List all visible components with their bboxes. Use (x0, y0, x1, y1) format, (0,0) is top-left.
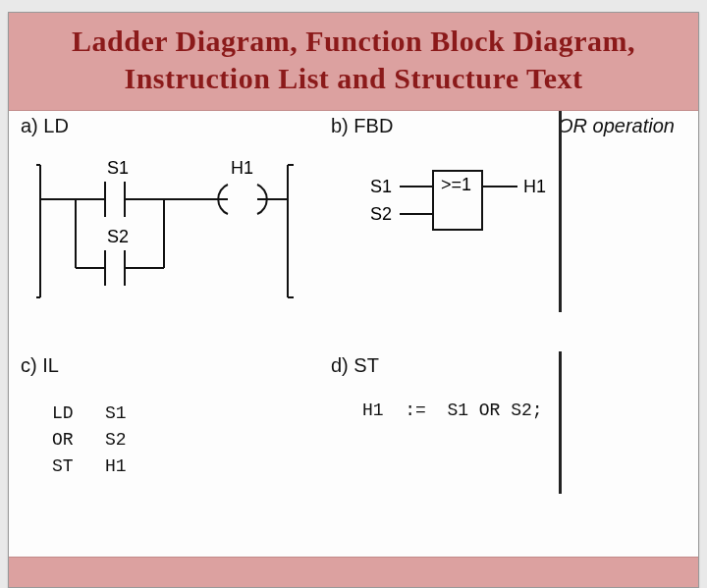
title-line-2: Instruction List and Structure Text (21, 60, 686, 97)
bottom-band (9, 557, 698, 587)
page: Ladder Diagram, Function Block Diagram, … (0, 0, 707, 588)
il-row-0-op: LD (52, 403, 74, 423)
fbd-out-label: H1 (523, 177, 546, 196)
structured-text: H1 := S1 OR S2; (362, 401, 543, 420)
section-b-label: b) FBD (331, 115, 393, 137)
st-code: H1 := S1 OR S2; (362, 401, 543, 420)
ladder-diagram: S1 S2 H1 (36, 160, 292, 307)
il-row-1-op: OR (52, 430, 74, 450)
slide-body: a) LD b) FBD c) IL d) ST OR operation (9, 111, 698, 553)
il-row-1-arg: S2 (105, 430, 127, 450)
ld-h1-label: H1 (231, 158, 253, 178)
section-c-label: c) IL (21, 354, 59, 377)
ld-s2-label: S2 (107, 227, 129, 246)
title-line-1: Ladder Diagram, Function Block Diagram, (21, 23, 686, 60)
section-d-label: d) ST (331, 354, 379, 377)
section-a-label: a) LD (21, 115, 69, 137)
separator-bottom (559, 351, 562, 494)
il-row-2-arg: H1 (105, 456, 127, 476)
fbd-in1-label: S1 (370, 177, 392, 196)
title-band: Ladder Diagram, Function Block Diagram, … (9, 13, 698, 111)
instruction-list: LD S1 OR S2 ST H1 (52, 401, 127, 480)
fbd-block-label: >=1 (441, 175, 471, 194)
il-row-2-op: ST (52, 456, 74, 476)
ld-s1-label: S1 (107, 158, 129, 178)
operation-label: OR operation (558, 115, 675, 137)
slide-card: Ladder Diagram, Function Block Diagram, … (8, 12, 699, 588)
fbd-in2-label: S2 (370, 204, 392, 224)
function-block-diagram: S1 S2 >=1 H1 (343, 165, 598, 253)
il-row-0-arg: S1 (105, 403, 127, 423)
